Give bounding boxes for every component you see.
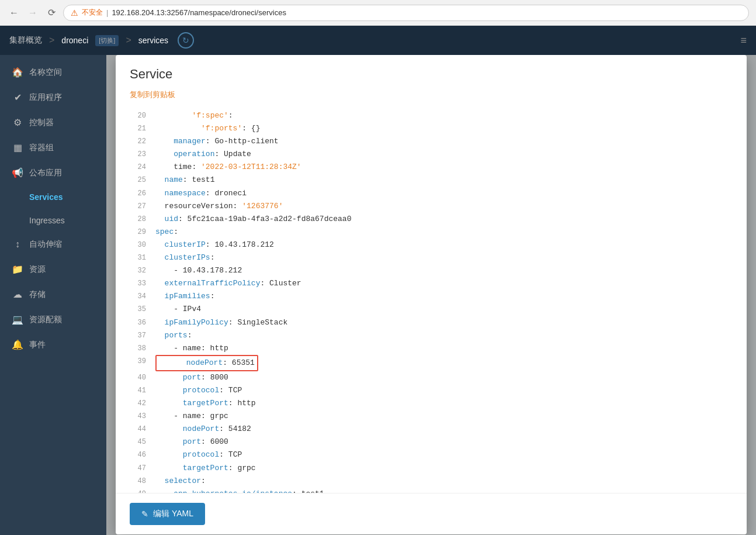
events-icon: 🔔 xyxy=(12,339,23,350)
copy-to-clipboard-link[interactable]: 复制到剪贴板 xyxy=(130,90,175,99)
code-line: 29spec: xyxy=(130,226,733,239)
address-bar[interactable]: ⚠ 不安全 | 192.168.204.13:32567/namespace/d… xyxy=(63,5,749,21)
code-line: 46 protocol: TCP xyxy=(130,448,733,461)
controller-icon: ⚙ xyxy=(12,117,23,128)
code-line: 20 'f:spec': xyxy=(130,109,733,122)
sidebar-label-container-group: 容器组 xyxy=(29,143,54,153)
code-line: 22 manager: Go-http-client xyxy=(130,135,733,148)
edit-yaml-label: 编辑 YAML xyxy=(153,509,193,519)
modal-actions: 复制到剪贴板 xyxy=(116,87,747,105)
code-line: 45 port: 6000 xyxy=(130,436,733,448)
sidebar-item-apps[interactable]: ✔ 应用程序 xyxy=(0,85,106,110)
sidebar-label-storage: 存储 xyxy=(29,289,46,300)
code-line: 36 ipFamilyPolicy: SingleStack xyxy=(130,316,733,329)
code-line: 49 app.kubernetes.io/instance: test1 xyxy=(130,488,733,493)
code-line: 31 clusterIPs: xyxy=(130,251,733,264)
sidebar-label-resources: 资源 xyxy=(29,264,46,275)
modal-header: Service xyxy=(116,55,747,87)
storage-icon: ☁ xyxy=(12,289,23,300)
back-button[interactable]: ← xyxy=(7,6,21,20)
code-line: 43 - name: grpc xyxy=(130,410,733,423)
code-block: 20 'f:spec':21 'f:ports': {}22 manager: … xyxy=(130,109,733,493)
code-line: 33 externalTrafficPolicy: Cluster xyxy=(130,277,733,290)
sidebar-item-namespace[interactable]: 🏠 名称空间 xyxy=(0,60,106,85)
code-line: 27 resourceVersion: '1263776' xyxy=(130,200,733,213)
url-separator: | xyxy=(106,8,108,17)
resources-icon: 📁 xyxy=(12,264,23,275)
code-line: 23 operation: Update xyxy=(130,148,733,161)
top-nav: 集群概览 > droneci [切换] > services ↻ ≡ xyxy=(0,26,756,55)
refresh-button[interactable]: ⟳ xyxy=(44,6,58,20)
namespace-link[interactable]: droneci xyxy=(61,36,88,45)
sidebar-label-ingresses: Ingresses xyxy=(29,216,65,225)
code-line: 26 namespace: droneci xyxy=(130,187,733,200)
main-layout: 🏠 名称空间 ✔ 应用程序 ⚙ 控制器 ▦ 容器组 📢 公布应用 Service… xyxy=(0,55,756,535)
page-link: services xyxy=(138,36,168,45)
sidebar-item-controller[interactable]: ⚙ 控制器 xyxy=(0,110,106,135)
sidebar-item-storage[interactable]: ☁ 存储 xyxy=(0,282,106,307)
code-line: 30 clusterIP: 10.43.178.212 xyxy=(130,239,733,251)
sidebar-label-autoscale: 自动伸缩 xyxy=(29,239,62,250)
highlighted-node-port: nodePort: 65351 xyxy=(155,355,258,371)
code-line: 35 - IPv4 xyxy=(130,303,733,316)
security-icon: ⚠ xyxy=(71,8,78,18)
code-line: 28 uid: 5fc21caa-19ab-4fa3-a2d2-fd8a67dc… xyxy=(130,213,733,226)
sidebar-item-resources[interactable]: 📁 资源 xyxy=(0,257,106,282)
sidebar-label-quota: 资源配额 xyxy=(29,315,62,325)
autoscale-icon: ↕ xyxy=(12,239,23,250)
sidebar-item-autoscale[interactable]: ↕ 自动伸缩 xyxy=(0,232,106,257)
code-line: 41 protocol: TCP xyxy=(130,384,733,397)
container-icon: ▦ xyxy=(12,142,23,153)
code-line: 32 - 10.43.178.212 xyxy=(130,264,733,277)
sidebar-label-apps: 应用程序 xyxy=(29,92,62,103)
modal-footer: ✎ 编辑 YAML xyxy=(116,493,747,534)
nav-separator-1: > xyxy=(49,35,54,46)
sidebar-label-publish-app: 公布应用 xyxy=(29,168,62,178)
code-line: 47 targetPort: grpc xyxy=(130,462,733,475)
sidebar-label-controller: 控制器 xyxy=(29,118,54,128)
modal-title: Service xyxy=(130,67,733,82)
code-line: 25 name: test1 xyxy=(130,174,733,187)
code-line: 42 targetPort: http xyxy=(130,397,733,410)
home-icon: 🏠 xyxy=(12,67,23,78)
edit-icon: ✎ xyxy=(141,509,148,519)
publish-icon: 📢 xyxy=(12,167,23,178)
code-line: 37 ports: xyxy=(130,329,733,342)
sidebar-label-services: Services xyxy=(29,192,63,202)
sidebar-item-ingresses[interactable]: Ingresses xyxy=(0,209,106,232)
sidebar-item-publish-app[interactable]: 📢 公布应用 xyxy=(0,160,106,185)
modal-overlay: Service 复制到剪贴板 20 'f:spec':21 'f:ports':… xyxy=(106,55,756,535)
sidebar-item-quota[interactable]: 💻 资源配额 xyxy=(0,307,106,332)
sidebar-item-container-group[interactable]: ▦ 容器组 xyxy=(0,135,106,160)
sidebar-item-services[interactable]: Services xyxy=(0,185,106,209)
cluster-overview-link[interactable]: 集群概览 xyxy=(9,35,42,46)
code-line: 39 nodePort: 65351 xyxy=(130,355,733,371)
refresh-circle-button[interactable]: ↻ xyxy=(178,32,194,49)
apps-icon: ✔ xyxy=(12,92,23,103)
content-area: Service 复制到剪贴板 20 'f:spec':21 'f:ports':… xyxy=(106,55,756,535)
service-modal: Service 复制到剪贴板 20 'f:spec':21 'f:ports':… xyxy=(116,55,747,534)
code-line: 40 port: 8000 xyxy=(130,371,733,384)
sidebar-item-events[interactable]: 🔔 事件 xyxy=(0,332,106,357)
url-text: 192.168.204.13:32567/namespace/droneci/s… xyxy=(112,8,286,17)
namespace-switch-tag[interactable]: [切换] xyxy=(95,35,119,46)
quota-icon: 💻 xyxy=(12,314,23,325)
code-line: 24 time: '2022-03-12T11:28:34Z' xyxy=(130,161,733,174)
sidebar-label-namespace: 名称空间 xyxy=(29,67,62,78)
menu-icon[interactable]: ≡ xyxy=(740,34,747,47)
nav-separator-2: > xyxy=(126,35,131,46)
sidebar-label-events: 事件 xyxy=(29,340,46,350)
edit-yaml-button[interactable]: ✎ 编辑 YAML xyxy=(130,503,205,525)
modal-body[interactable]: 20 'f:spec':21 'f:ports': {}22 manager: … xyxy=(116,105,747,493)
browser-bar: ← → ⟳ ⚠ 不安全 | 192.168.204.13:32567/names… xyxy=(0,0,756,26)
sidebar: 🏠 名称空间 ✔ 应用程序 ⚙ 控制器 ▦ 容器组 📢 公布应用 Service… xyxy=(0,55,106,535)
code-line: 44 nodePort: 54182 xyxy=(130,423,733,436)
code-line: 21 'f:ports': {} xyxy=(130,122,733,135)
code-line: 48 selector: xyxy=(130,475,733,488)
security-warning: 不安全 xyxy=(82,8,103,18)
forward-button[interactable]: → xyxy=(26,6,40,20)
code-line: 38 - name: http xyxy=(130,342,733,355)
code-line: 34 ipFamilies: xyxy=(130,290,733,303)
